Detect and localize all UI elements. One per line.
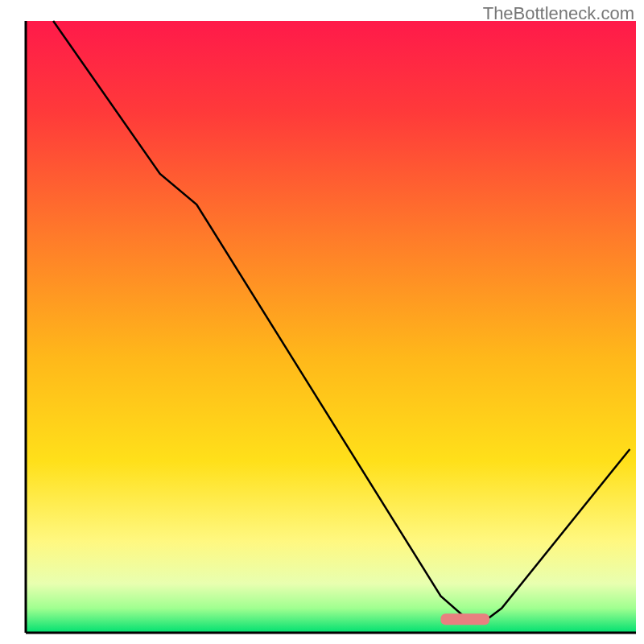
chart-svg bbox=[0, 0, 644, 644]
optimal-marker bbox=[440, 613, 489, 625]
watermark-text: TheBottleneck.com bbox=[483, 3, 634, 24]
bottleneck-chart: TheBottleneck.com bbox=[0, 0, 644, 644]
